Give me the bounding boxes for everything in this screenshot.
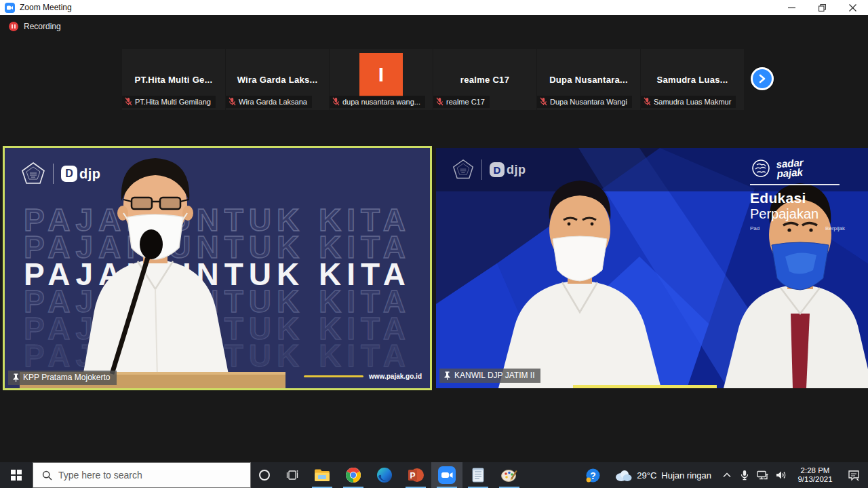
microphone-tray-button[interactable]	[736, 462, 753, 488]
clock-time: 2:28 PM	[801, 466, 830, 476]
pin-icon	[12, 373, 20, 382]
participant-avatar: I	[359, 53, 403, 96]
djp-logo: D djp	[61, 166, 101, 182]
taskbar-clock[interactable]: 2:28 PM 9/13/2021	[791, 462, 840, 488]
action-center-button[interactable]	[840, 462, 868, 488]
notepad-icon	[471, 467, 486, 483]
chevron-right-icon	[758, 74, 766, 83]
microphone-icon	[741, 470, 749, 481]
participant-tile-dupa-nusantara[interactable]: Dupa Nusantara... Dupa Nusantara Wangi	[537, 49, 640, 110]
network-tray-button[interactable]	[753, 462, 772, 488]
kemenkeu-logo	[452, 159, 474, 181]
window-titlebar: Zoom Meeting	[0, 0, 868, 15]
zoom-icon	[438, 466, 456, 484]
cortana-icon	[259, 470, 270, 481]
close-button[interactable]	[837, 0, 868, 15]
sadar-pajak-branding: sadar pajak Edukasi Perpajakan Pad Berpi…	[750, 157, 860, 231]
participant-strip: PT.Hita Multi Ge... PT.Hita Multi Gemila…	[122, 49, 744, 110]
mic-muted-icon	[540, 97, 547, 106]
edge-button[interactable]	[369, 462, 400, 488]
recording-label: Recording	[24, 22, 61, 31]
logo-separator	[53, 164, 54, 184]
search-icon	[42, 470, 52, 481]
minimize-button[interactable]	[776, 0, 807, 15]
participant-name-label: dupa nusantara wang...	[330, 96, 425, 108]
hidden-icons-button[interactable]	[718, 462, 736, 488]
participant-tile-realme[interactable]: realme C17 realme C17	[433, 49, 536, 110]
taskbar-search[interactable]	[33, 462, 251, 488]
clock-date: 9/13/2021	[797, 475, 832, 485]
video-name-tag-right: KANWIL DJP JATIM II	[439, 369, 540, 383]
participant-name-label: realme C17	[433, 96, 490, 108]
djp-logo: D djp	[490, 162, 526, 177]
search-input[interactable]	[58, 470, 235, 481]
chrome-icon	[344, 466, 362, 484]
weather-widget[interactable]: 29°C Hujan ringan	[607, 462, 718, 488]
sadar-tagline: Pad Berpijak	[750, 225, 845, 231]
mic-muted-icon	[332, 97, 340, 106]
mic-muted-icon	[229, 97, 236, 106]
participant-name-label: PT.Hita Multi Gemilang	[122, 96, 216, 108]
participant-name-label: Wira Garda Laksana	[226, 96, 312, 108]
task-view-button[interactable]	[278, 462, 307, 488]
task-view-icon	[286, 470, 298, 481]
participant-name-label: Samudra Luas Makmur	[641, 96, 736, 108]
weather-desc: Hujan ringan	[661, 470, 711, 481]
pin-icon	[443, 371, 451, 380]
notepad-button[interactable]	[462, 462, 494, 488]
start-button[interactable]	[0, 462, 33, 488]
sadar-pajak-brain-icon	[750, 157, 772, 179]
edge-icon	[376, 466, 393, 484]
weather-cloud-icon	[614, 469, 632, 482]
get-help-button[interactable]: ?	[578, 462, 607, 488]
powerpoint-button[interactable]: P	[400, 462, 431, 488]
participant-tile-wira-garda[interactable]: Wira Garda Laks... Wira Garda Laksana	[226, 49, 329, 110]
perpajakan-title: Perpajakan	[750, 206, 860, 222]
mic-muted-icon	[644, 97, 651, 106]
video-feed-kanwil-djp[interactable]: D djp sadar pajak Edukasi Perpajakan Pad	[436, 148, 868, 388]
mic-muted-icon	[125, 97, 132, 106]
restore-button[interactable]	[807, 0, 837, 15]
website-banner: www.pajak.go.id	[304, 373, 422, 380]
participant-tile-dupa-initial[interactable]: I dupa nusantara wang...	[330, 49, 433, 110]
video-name-tag-left: KPP Pratama Mojokerto	[8, 371, 117, 385]
participant-tile-pt-hita[interactable]: PT.Hita Multi Ge... PT.Hita Multi Gemila…	[122, 49, 225, 110]
sadar-pajak-wordmark: sadar pajak	[776, 158, 804, 179]
windows-taskbar: P	[0, 462, 868, 488]
recording-dot-icon	[9, 22, 18, 31]
paint-button[interactable]	[494, 462, 525, 488]
participant-name-label: Dupa Nusantara Wangi	[537, 96, 632, 108]
file-explorer-button[interactable]	[307, 462, 338, 488]
volume-icon	[776, 470, 787, 480]
cortana-button[interactable]	[251, 462, 278, 488]
left-video-logos: D djp	[21, 162, 101, 186]
weather-temp: 29°C	[637, 470, 656, 481]
next-participants-button[interactable]	[751, 67, 774, 90]
sadar-divider	[750, 184, 840, 185]
participant-tile-samudra[interactable]: Samudra Luas... Samudra Luas Makmur	[641, 49, 744, 110]
mic-muted-icon	[436, 97, 443, 106]
yellow-line	[304, 375, 363, 377]
action-center-icon	[848, 470, 860, 481]
kemenkeu-logo	[21, 162, 45, 186]
window-title: Zoom Meeting	[20, 3, 72, 12]
chrome-button[interactable]	[338, 462, 369, 488]
chevron-up-icon	[723, 472, 731, 478]
video-feed-kpp-pratama[interactable]: PAJAK UNTUK KITA PAJAK UNTUK KITA PAJAK …	[3, 146, 432, 390]
powerpoint-icon: P	[408, 467, 425, 483]
zoom-button[interactable]	[431, 462, 462, 488]
file-explorer-icon	[314, 468, 330, 482]
website-url: www.pajak.go.id	[369, 373, 422, 380]
svg-text:?: ?	[590, 470, 596, 481]
recording-indicator[interactable]: Recording	[9, 22, 61, 31]
system-tray: ? 29°C Hujan ringan	[578, 462, 868, 488]
network-icon	[757, 470, 768, 480]
volume-tray-button[interactable]	[772, 462, 791, 488]
logo-separator	[481, 159, 482, 180]
lower-third-strip	[573, 385, 717, 388]
paint-icon	[500, 467, 518, 483]
help-icon: ?	[585, 468, 601, 483]
svg-text:P: P	[410, 471, 415, 481]
pinned-apps: P	[307, 462, 525, 488]
zoom-app-icon	[5, 3, 15, 13]
